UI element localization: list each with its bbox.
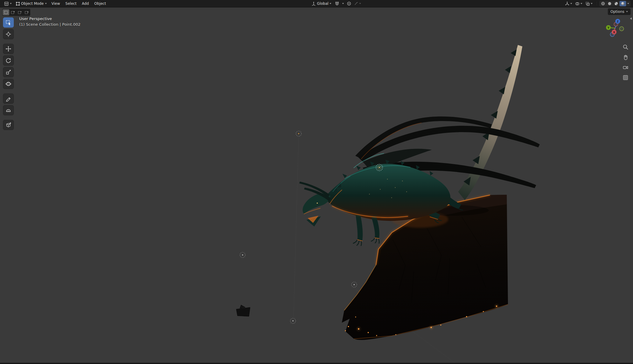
gizmos-icon: [565, 1, 569, 6]
object-mode-icon: [16, 2, 20, 6]
chevron-down-icon: [45, 3, 47, 4]
transform-orientation-dropdown[interactable]: Global: [310, 1, 333, 7]
cursor-icon: [5, 31, 11, 37]
chevron-down-icon: [359, 3, 361, 4]
shading-wireframe-icon: [601, 1, 605, 6]
box-select-icon: [5, 19, 11, 25]
options-dropdown[interactable]: Options: [608, 8, 631, 15]
breadcrumb: (1) Scene Collection | Point.002: [19, 22, 80, 27]
tool-cursor[interactable]: [3, 29, 14, 39]
tool-select-box[interactable]: [3, 17, 14, 28]
chevron-down-icon: [626, 11, 628, 12]
editor-type-icon: [4, 1, 9, 6]
editor-type-dropdown[interactable]: [2, 1, 13, 7]
camera-view-icon: [623, 64, 629, 70]
blender-window: { "header": { "mode_label": "Object Mode…: [0, 0, 633, 364]
mode-dropdown[interactable]: Object Mode: [14, 1, 49, 7]
gizmo-axis-z[interactable]: Z: [615, 19, 620, 24]
select-mode-group: [2, 9, 30, 16]
zoom-icon: [623, 44, 629, 50]
snap-dropdown[interactable]: [341, 1, 345, 7]
menu-object[interactable]: Object: [92, 1, 108, 7]
tool-annotate[interactable]: [3, 93, 14, 104]
menu-add[interactable]: Add: [79, 1, 91, 7]
select-subtract-icon: [18, 10, 22, 14]
gizmo-axis-y[interactable]: Y: [606, 25, 611, 30]
mode-dropdown-label: Object Mode: [21, 1, 44, 6]
svg-text:Y: Y: [607, 26, 610, 29]
pan-button[interactable]: [622, 54, 629, 61]
chevron-down-icon: [570, 3, 572, 4]
zoom-button[interactable]: [622, 44, 629, 50]
chevron-down-icon: [330, 3, 331, 4]
select-difference-icon: [25, 10, 29, 14]
gizmos-dropdown[interactable]: [564, 1, 573, 7]
overlays-dropdown[interactable]: [574, 1, 584, 7]
overlays-icon: [575, 1, 580, 6]
snap-magnet-icon: [335, 1, 339, 6]
camera-view-button[interactable]: [622, 64, 629, 71]
chevron-down-icon: [591, 3, 593, 4]
proportional-falloff-dropdown[interactable]: [353, 1, 362, 7]
rotate-icon: [5, 58, 11, 64]
menu-view[interactable]: View: [49, 1, 62, 7]
tool-transform[interactable]: [3, 79, 14, 89]
select-set-icon: [4, 10, 8, 14]
sidebar-collapse-arrow-icon[interactable]: [630, 17, 632, 20]
view-perspective-label: User Perspective: [19, 16, 52, 21]
add-cube-icon: [5, 122, 11, 128]
navigation-gizmo[interactable]: Z Y X: [602, 15, 628, 41]
annotate-icon: [5, 96, 11, 102]
select-mode-difference[interactable]: [23, 9, 30, 15]
chevron-down-icon: [10, 3, 12, 4]
xray-icon: [585, 1, 590, 6]
tool-move[interactable]: [3, 44, 14, 54]
toolbar: [3, 17, 14, 130]
move-icon: [5, 46, 11, 52]
shading-dropdown[interactable]: [626, 1, 630, 6]
3d-viewport[interactable]: [0, 0, 633, 364]
proportional-editing-icon: [347, 1, 351, 6]
shading-material-button[interactable]: [613, 1, 620, 6]
chevron-down-icon: [627, 3, 629, 4]
select-extend-icon: [11, 10, 15, 14]
select-mode-extend[interactable]: [10, 9, 16, 15]
tool-rotate[interactable]: [3, 55, 14, 66]
select-mode-subtract[interactable]: [16, 9, 23, 15]
measure-icon: [5, 107, 11, 113]
shading-rendered-icon: [621, 1, 625, 6]
svg-text:X: X: [613, 31, 615, 34]
shading-rendered-button[interactable]: [620, 1, 626, 6]
pan-hand-icon: [623, 54, 629, 60]
toggle-ortho-button[interactable]: [622, 74, 629, 81]
options-label: Options: [611, 10, 624, 14]
header-bar: Object Mode View Select Add Object Globa…: [0, 0, 633, 7]
gizmo-axis-neg-y[interactable]: [620, 27, 624, 31]
orientation-label: Global: [317, 1, 328, 6]
gizmo-axis-x[interactable]: X: [612, 30, 617, 34]
viewport-background[interactable]: [0, 0, 633, 364]
svg-text:Z: Z: [617, 20, 619, 23]
chevron-down-icon: [342, 3, 344, 4]
chevron-down-icon: [581, 3, 582, 4]
transform-icon: [5, 81, 11, 87]
header-separator: [596, 1, 596, 6]
viewport-shading-group: [599, 1, 631, 7]
tool-measure[interactable]: [3, 105, 14, 115]
xray-toggle[interactable]: [584, 1, 594, 7]
toggle-ortho-icon: [623, 75, 629, 81]
status-bar: [0, 363, 633, 364]
select-mode-set[interactable]: [3, 9, 9, 15]
viewport-nav-tools: [622, 44, 629, 81]
proportional-editing-toggle[interactable]: [346, 1, 352, 7]
orientation-axes-icon: [312, 1, 316, 6]
shading-solid-button[interactable]: [606, 1, 613, 6]
shading-material-icon: [614, 1, 618, 6]
menu-select[interactable]: Select: [63, 1, 79, 7]
shading-wireframe-button[interactable]: [600, 1, 606, 6]
scale-icon: [5, 69, 11, 75]
shading-solid-icon: [608, 1, 612, 6]
tool-add-cube[interactable]: [3, 120, 14, 130]
snap-toggle[interactable]: [334, 1, 340, 7]
tool-scale[interactable]: [3, 67, 14, 77]
